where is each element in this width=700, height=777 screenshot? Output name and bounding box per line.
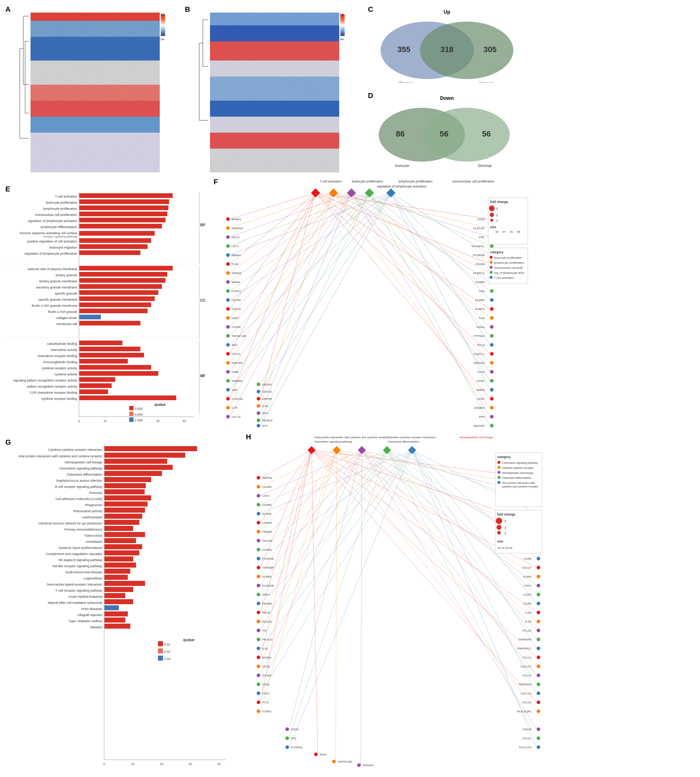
svg-text:Acute myeloid leukemia: Acute myeloid leukemia xyxy=(68,595,102,598)
svg-point-173 xyxy=(257,383,260,386)
svg-point-143 xyxy=(226,334,230,338)
svg-point-417 xyxy=(257,602,260,605)
svg-rect-313 xyxy=(105,489,145,494)
venn-up-diagram: 355 318 305 Stromal Immune xyxy=(370,14,520,83)
mf-section-label: MF xyxy=(200,374,205,378)
svg-text:Toll-like receptor signaling p: Toll-like receptor signaling pathway xyxy=(52,564,102,568)
svg-point-570 xyxy=(498,471,500,474)
svg-text:specific granule: specific granule xyxy=(55,292,77,295)
panel-e: E 0 10 20 30 40 BP CC MF T cell activati… xyxy=(3,183,215,431)
svg-text:0.006: 0.006 xyxy=(135,418,143,422)
svg-point-158 xyxy=(226,379,230,383)
svg-line-148 xyxy=(230,193,391,345)
svg-text:1: 1 xyxy=(504,531,506,535)
svg-text:NCKAP1L: NCKAP1L xyxy=(472,245,485,248)
svg-text:CD1C: CD1C xyxy=(262,692,270,695)
svg-point-390 xyxy=(257,521,260,525)
svg-rect-29 xyxy=(79,206,168,210)
svg-text:Chemokine signaling pathway: Chemokine signaling pathway xyxy=(59,467,102,470)
svg-line-431 xyxy=(260,450,387,639)
svg-text:Cell adhesion molecules (CAMs): Cell adhesion molecules (CAMs) xyxy=(55,497,102,501)
svg-point-131 xyxy=(226,298,230,302)
svg-text:NURP3: NURP3 xyxy=(475,307,485,311)
svg-point-444 xyxy=(257,683,260,686)
svg-line-151 xyxy=(230,193,315,354)
panel-b-label: B xyxy=(185,5,190,13)
svg-point-167 xyxy=(226,406,230,409)
svg-line-235 xyxy=(369,193,490,336)
svg-text:fold change: fold change xyxy=(490,200,508,204)
svg-text:Stromal: Stromal xyxy=(399,81,412,83)
svg-point-119 xyxy=(226,262,230,266)
svg-rect-80 xyxy=(79,377,115,382)
svg-text:Immune: Immune xyxy=(395,164,409,168)
svg-point-540 xyxy=(537,673,540,677)
svg-point-583 xyxy=(497,531,501,535)
svg-rect-40 xyxy=(79,238,151,243)
svg-rect-335 xyxy=(105,556,133,561)
svg-point-104 xyxy=(226,217,230,221)
svg-text:TNFRSF9: TNFRSF9 xyxy=(518,683,532,686)
svg-rect-315 xyxy=(105,495,151,500)
svg-text:INHA: INHA xyxy=(320,753,327,756)
svg-point-185 xyxy=(257,411,260,415)
svg-text:Viral protein interaction with: Viral protein interaction with cytokine … xyxy=(18,455,102,458)
svg-line-241 xyxy=(315,193,490,354)
svg-point-459 xyxy=(285,737,289,740)
svg-point-146 xyxy=(226,343,230,347)
svg-line-208 xyxy=(391,193,490,255)
svg-text:Staphylococcus aureus infectio: Staphylococcus aureus infection xyxy=(56,479,102,483)
svg-text:Pertussis: Pertussis xyxy=(89,491,103,495)
go-bar-chart-svg: 0 10 20 30 40 BP CC MF T cell activation… xyxy=(3,183,215,431)
svg-point-176 xyxy=(257,390,260,393)
svg-point-227 xyxy=(490,316,493,320)
svg-text:mononuclear cell prolif.: mononuclear cell prolif. xyxy=(494,266,523,269)
svg-text:FCGR1A: FCGR1A xyxy=(291,746,303,749)
svg-line-446 xyxy=(260,450,387,684)
svg-rect-321 xyxy=(105,514,142,519)
svg-text:CD1B: CD1B xyxy=(262,665,270,668)
svg-point-170 xyxy=(226,415,230,418)
svg-text:OSCAR: OSCAR xyxy=(262,539,272,542)
svg-rect-59 xyxy=(79,302,151,307)
svg-line-437 xyxy=(260,450,312,657)
svg-rect-74 xyxy=(79,359,128,364)
svg-text:2: 2 xyxy=(504,526,506,530)
svg-rect-266 xyxy=(488,197,528,244)
svg-text:cytokine and cytokine receptor: cytokine and cytokine receptor xyxy=(502,485,538,488)
svg-text:SIRPB1: SIRPB1 xyxy=(262,476,272,480)
svg-point-164 xyxy=(226,397,230,401)
svg-point-555 xyxy=(537,727,540,731)
svg-rect-360 xyxy=(158,648,163,653)
svg-text:FCGR2B: FCGR2B xyxy=(473,254,485,257)
svg-rect-311 xyxy=(105,483,146,488)
svg-text:Prion diseases: Prion diseases xyxy=(81,607,103,611)
svg-rect-333 xyxy=(105,550,139,555)
svg-rect-78 xyxy=(79,371,158,376)
svg-point-453 xyxy=(257,710,260,713)
svg-point-149 xyxy=(226,352,230,356)
svg-rect-33 xyxy=(79,218,165,222)
svg-text:PIK3R5: PIK3R5 xyxy=(262,602,272,605)
svg-line-398 xyxy=(260,450,362,541)
svg-point-537 xyxy=(537,665,540,668)
svg-line-124 xyxy=(230,193,333,273)
svg-rect-91 xyxy=(129,418,133,422)
svg-point-531 xyxy=(537,647,540,650)
svg-rect-343 xyxy=(105,581,145,586)
svg-text:355: 355 xyxy=(397,45,411,54)
svg-text:CD209: CD209 xyxy=(476,262,485,266)
svg-point-522 xyxy=(537,620,540,623)
svg-text:positive regulation of cell ac: positive regulation of cell activation xyxy=(27,240,77,243)
svg-text:chemokine receptor binding: chemokine receptor binding xyxy=(37,354,77,358)
svg-point-432 xyxy=(257,647,260,650)
svg-text:CD3G: CD3G xyxy=(477,379,485,383)
svg-text:leukocyte proliferation: leukocyte proliferation xyxy=(352,180,383,183)
svg-text:XCLCL10: XCLCL10 xyxy=(519,746,531,749)
svg-text:LILRB4: LILRB4 xyxy=(475,281,485,284)
svg-text:0.03: 0.03 xyxy=(164,657,170,661)
svg-point-435 xyxy=(257,656,260,659)
svg-text:Cytokine-cytokine receptor int: Cytokine-cytokine receptor interaction xyxy=(48,448,102,451)
svg-rect-337 xyxy=(105,563,136,568)
svg-text:leukocyte proliferation: leukocyte proliferation xyxy=(494,256,522,259)
